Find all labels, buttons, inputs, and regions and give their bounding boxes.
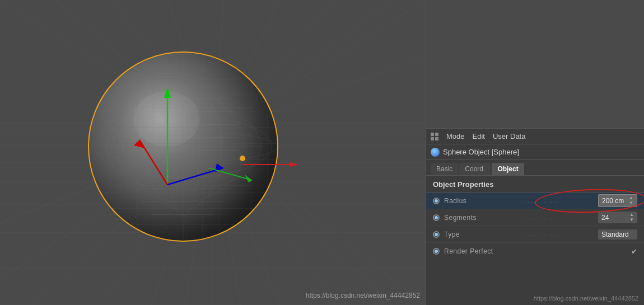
transform-gizmo	[123, 84, 235, 209]
value-segments[interactable]: 24 ▲ ▼	[598, 212, 637, 223]
menu-bar: Mode Edit User Data	[426, 129, 644, 144]
radio-render-perfect[interactable]	[433, 248, 440, 255]
properties-panel: Mode Edit User Data Sphere Object [Spher…	[426, 0, 644, 305]
menu-edit[interactable]: Edit	[469, 131, 488, 142]
value-type[interactable]: Standard	[598, 229, 637, 240]
radio-segments[interactable]	[433, 214, 440, 221]
watermark: https://blog.csdn.net/weixin_44442852	[306, 292, 420, 299]
dots-type: ............	[521, 231, 596, 237]
svg-marker-50	[134, 140, 145, 148]
spinner-radius[interactable]: ▲ ▼	[629, 196, 633, 205]
property-row-type: Type ............ Standard	[426, 226, 644, 243]
label-segments: Segments	[444, 214, 519, 222]
properties-area: Object Properties Radius ............ 20…	[426, 176, 644, 288]
property-row-segments: Segments .......... 24 ▲ ▼	[426, 209, 644, 226]
menu-mode[interactable]: Mode	[443, 131, 468, 142]
radio-radius[interactable]	[433, 198, 440, 204]
tab-object[interactable]: Object	[492, 163, 524, 175]
spinner-segments[interactable]: ▲ ▼	[629, 213, 634, 222]
panel-top-area	[426, 0, 644, 129]
object-name-label: Sphere Object [Sphere]	[443, 148, 519, 156]
panel-footer: https://blog.csdn.net/weixin_44442852	[426, 288, 644, 305]
label-type: Type	[444, 231, 519, 238]
dots-radius: ............	[521, 198, 596, 204]
svg-line-55	[208, 168, 252, 180]
label-radius: Radius	[444, 197, 519, 205]
svg-marker-48	[164, 87, 171, 98]
viewport-3d[interactable]: https://blog.csdn.net/weixin_44442852	[0, 0, 426, 305]
tab-basic[interactable]: Basic	[431, 163, 458, 175]
tab-coord[interactable]: Coord.	[459, 163, 491, 175]
svg-marker-54	[290, 162, 298, 167]
radio-type[interactable]	[433, 231, 440, 238]
panel-watermark: https://blog.csdn.net/weixin_44442852	[534, 295, 638, 302]
panel-grid-icon	[431, 133, 438, 140]
tab-bar: Basic Coord. Object	[426, 160, 644, 176]
property-row-render-perfect: Render Perfect ✔	[426, 243, 644, 260]
property-row-radius: Radius ............ 200 cm ▲ ▼	[426, 193, 644, 209]
section-title: Object Properties	[426, 176, 644, 193]
green-diagonal-arrow	[208, 168, 259, 187]
label-render-perfect: Render Perfect	[444, 247, 629, 255]
object-title-bar: Sphere Object [Sphere]	[426, 144, 644, 160]
value-radius[interactable]: 200 cm ▲ ▼	[598, 194, 637, 207]
menu-user-data[interactable]: User Data	[489, 131, 529, 142]
render-perfect-checkmark: ✔	[631, 247, 637, 256]
sphere-icon	[431, 148, 440, 157]
dots-segments: ..........	[521, 214, 596, 220]
